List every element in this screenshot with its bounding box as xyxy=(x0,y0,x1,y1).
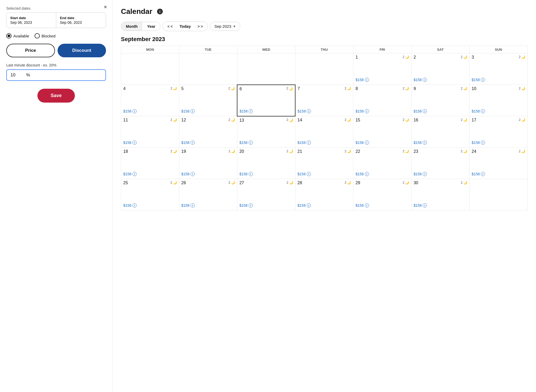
price-info-icon[interactable]: i xyxy=(423,78,427,82)
calendar-cell[interactable]: 182🌙$158i xyxy=(121,148,179,179)
calendar-cell[interactable]: 142🌙$158i xyxy=(295,116,353,148)
calendar-cell[interactable]: 122🌙$158i xyxy=(179,116,237,148)
start-date-field[interactable]: Start date Sep 06, 2023 xyxy=(7,13,56,28)
cell-nights: 2🌙 xyxy=(461,55,467,59)
price-info-icon[interactable]: i xyxy=(481,141,485,145)
calendar-cell[interactable]: 42🌙$158i xyxy=(121,85,179,116)
today-button[interactable]: Today xyxy=(176,23,194,30)
close-button[interactable]: × xyxy=(104,4,107,10)
cell-day-number: 9 xyxy=(414,86,467,91)
moon-icon: 🌙 xyxy=(521,86,525,90)
calendar-cell[interactable]: 62🌙$158i xyxy=(237,85,295,116)
discount-tab-button[interactable]: Discount xyxy=(58,44,106,57)
price-info-icon[interactable]: i xyxy=(132,141,137,145)
price-info-icon[interactable]: i xyxy=(307,203,311,208)
calendar-cell[interactable]: 292🌙$158i xyxy=(353,179,411,210)
price-info-icon[interactable]: i xyxy=(481,109,485,113)
calendar-info-icon[interactable]: i xyxy=(157,9,163,14)
calendar-cell[interactable]: 72🌙$158i xyxy=(295,85,353,116)
price-info-icon[interactable]: i xyxy=(481,78,485,82)
calendar-cell[interactable]: 82🌙$158i xyxy=(353,85,411,116)
price-value: $158 xyxy=(355,141,364,145)
calendar-cell[interactable]: 22🌙$158i xyxy=(411,53,470,85)
calendar-cell[interactable]: 262🌙$158i xyxy=(179,179,237,210)
nights-count: 2 xyxy=(519,55,521,59)
calendar-cell[interactable]: 52🌙$158i xyxy=(179,85,237,116)
price-info-icon[interactable]: i xyxy=(249,172,253,176)
calendar-cell[interactable]: 302🌙$158i xyxy=(411,179,470,210)
calendar-cell[interactable]: 222🌙$158i xyxy=(353,148,411,179)
calendar-cell[interactable]: 92🌙$158i xyxy=(411,85,470,116)
calendar-cell[interactable] xyxy=(470,179,528,210)
cell-day-number: 21 xyxy=(298,149,351,154)
nights-count: 2 xyxy=(461,55,462,59)
calendar-cell[interactable]: 152🌙$158i xyxy=(353,116,411,148)
price-info-icon[interactable]: i xyxy=(365,172,369,176)
price-info-icon[interactable]: i xyxy=(365,78,369,82)
calendar-cell[interactable]: 232🌙$158i xyxy=(411,148,470,179)
price-info-icon[interactable]: i xyxy=(423,203,427,208)
price-info-icon[interactable]: i xyxy=(249,203,253,208)
calendar-cell[interactable]: 282🌙$158i xyxy=(295,179,353,210)
price-info-icon[interactable]: i xyxy=(307,141,311,145)
price-info-icon[interactable]: i xyxy=(423,109,427,113)
price-info-icon[interactable]: i xyxy=(365,109,369,113)
price-info-icon[interactable]: i xyxy=(191,109,195,113)
price-info-icon[interactable]: i xyxy=(365,203,369,208)
month-dropdown[interactable]: Sep 2023 ▼ xyxy=(210,22,240,31)
calendar-cell[interactable]: 212🌙$158i xyxy=(295,148,353,179)
calendar-cell[interactable] xyxy=(121,53,179,85)
price-info-icon[interactable]: i xyxy=(132,172,137,176)
calendar-cell[interactable]: 242🌙$158i xyxy=(470,148,528,179)
price-info-icon[interactable]: i xyxy=(481,172,485,176)
cell-nights: 2🌙 xyxy=(228,149,235,153)
year-view-button[interactable]: Year xyxy=(142,22,160,31)
blocked-radio[interactable] xyxy=(35,33,40,38)
price-info-icon[interactable]: i xyxy=(423,141,427,145)
price-info-icon[interactable]: i xyxy=(191,172,195,176)
calendar-cell[interactable]: 172🌙$158i xyxy=(470,116,528,148)
price-info-icon[interactable]: i xyxy=(191,203,195,208)
calendar-cell[interactable]: 132🌙$158i xyxy=(237,116,295,148)
calendar-cell[interactable]: 12🌙$158i xyxy=(353,53,411,85)
calendar-cell[interactable]: 112🌙$158i xyxy=(121,116,179,148)
price-info-icon[interactable]: i xyxy=(423,172,427,176)
price-info-icon[interactable]: i xyxy=(132,109,137,113)
price-info-icon[interactable]: i xyxy=(132,203,137,208)
calendar-cell[interactable] xyxy=(179,53,237,85)
calendar-cell[interactable]: 252🌙$158i xyxy=(121,179,179,210)
available-radio[interactable] xyxy=(6,33,12,38)
prev-prev-button[interactable]: < < xyxy=(165,23,175,30)
price-info-icon[interactable]: i xyxy=(191,141,195,145)
price-info-icon[interactable]: i xyxy=(365,141,369,145)
calendar-cell[interactable]: 32🌙$158i xyxy=(470,53,528,85)
discount-input[interactable] xyxy=(10,72,26,78)
nights-count: 2 xyxy=(519,118,521,122)
price-value: $158 xyxy=(472,172,480,176)
price-info-icon[interactable]: i xyxy=(249,109,253,113)
next-next-button[interactable]: > > xyxy=(195,23,205,30)
end-date-field[interactable]: End date Sep 06, 2023 xyxy=(56,13,106,28)
calendar-cell[interactable]: 202🌙$158i xyxy=(237,148,295,179)
price-info-icon[interactable]: i xyxy=(249,141,253,145)
save-button[interactable]: Save xyxy=(37,89,75,103)
calendar-cell[interactable] xyxy=(237,53,295,85)
cell-price: $158i xyxy=(414,172,427,176)
nights-count: 2 xyxy=(403,118,405,122)
available-option[interactable]: Available xyxy=(6,33,29,38)
price-info-icon[interactable]: i xyxy=(307,172,311,176)
moon-icon: 🌙 xyxy=(347,149,351,153)
blocked-option[interactable]: Blocked xyxy=(35,33,55,38)
price-value: $158 xyxy=(355,109,364,113)
cell-day-number: 30 xyxy=(414,181,467,185)
calendar-cell[interactable] xyxy=(295,53,353,85)
price-tab-button[interactable]: Price xyxy=(6,44,55,57)
month-view-button[interactable]: Month xyxy=(121,22,142,31)
calendar-cell[interactable]: 272🌙$158i xyxy=(237,179,295,210)
calendar-cell[interactable]: 162🌙$158i xyxy=(411,116,470,148)
calendar-cell[interactable]: 192🌙$158i xyxy=(179,148,237,179)
price-info-icon[interactable]: i xyxy=(307,109,311,113)
price-value: $158 xyxy=(298,203,306,208)
moon-icon: 🌙 xyxy=(289,149,293,153)
calendar-cell[interactable]: 102🌙$158i xyxy=(470,85,528,116)
